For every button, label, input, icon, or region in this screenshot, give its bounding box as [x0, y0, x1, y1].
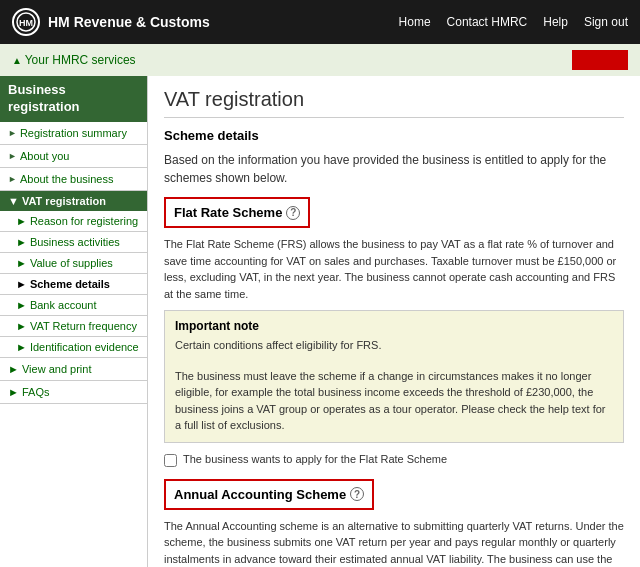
vat-registration-section[interactable]: ▼ VAT registration — [0, 191, 147, 211]
site-title: HM Revenue & Customs — [48, 14, 210, 30]
arrow-icon: ► — [16, 278, 27, 290]
layout: Business registration ► Registration sum… — [0, 76, 640, 567]
intro-text: Based on the information you have provid… — [164, 151, 624, 187]
flat-rate-help-icon[interactable]: ? — [286, 206, 300, 220]
sidebar-item-about-you[interactable]: ► About you — [0, 145, 147, 168]
sidebar-item-vat-return-freq[interactable]: ► VAT Return frequency — [0, 316, 147, 337]
logo-icon: HM — [12, 8, 40, 36]
topbar-button[interactable] — [572, 50, 628, 70]
arrow-icon: ► — [16, 299, 27, 311]
important-line1: Certain conditions affect eligibility fo… — [175, 337, 613, 354]
arrow-icon: ► — [8, 128, 17, 138]
arrow-icon: ► — [8, 151, 17, 161]
sidebar-item-business-activities[interactable]: ► Business activities — [0, 232, 147, 253]
logo-area: HM HM Revenue & Customs — [12, 8, 210, 36]
flat-rate-checkbox[interactable] — [164, 454, 177, 467]
arrow-icon: ► — [8, 174, 17, 184]
svg-text:HM: HM — [19, 18, 33, 28]
arrow-icon: ► — [16, 215, 27, 227]
nav-help[interactable]: Help — [543, 15, 568, 29]
important-line2: The business must leave the scheme if a … — [175, 368, 613, 434]
arrow-icon: ► — [16, 257, 27, 269]
arrow-icon: ► — [16, 341, 27, 353]
nav-home[interactable]: Home — [399, 15, 431, 29]
header: HM HM Revenue & Customs Home Contact HMR… — [0, 0, 640, 44]
section-title: Scheme details — [164, 128, 624, 143]
topbar: Your HMRC services — [0, 44, 640, 76]
sidebar-item-view-print[interactable]: ► View and print — [0, 358, 147, 381]
annual-scheme-help-icon[interactable]: ? — [350, 487, 364, 501]
sidebar-item-faqs[interactable]: ► FAQs — [0, 381, 147, 404]
sidebar-item-registration-summary[interactable]: ► Registration summary — [0, 122, 147, 145]
important-title: Important note — [175, 319, 613, 333]
annual-scheme-title: Annual Accounting Scheme ? — [174, 487, 364, 502]
header-nav: Home Contact HMRC Help Sign out — [399, 15, 628, 29]
important-note: Important note Certain conditions affect… — [164, 310, 624, 443]
sidebar-item-value-supplies[interactable]: ► Value of supplies — [0, 253, 147, 274]
annual-scheme-box: Annual Accounting Scheme ? — [164, 479, 374, 510]
sidebar-item-id-evidence[interactable]: ► Identification evidence — [0, 337, 147, 358]
sidebar-item-bank-account[interactable]: ► Bank account — [0, 295, 147, 316]
arrow-icon: ► — [16, 320, 27, 332]
flat-rate-description: The Flat Rate Scheme (FRS) allows the bu… — [164, 236, 624, 302]
flat-rate-title: Flat Rate Scheme ? — [174, 205, 300, 220]
sidebar-item-about-business[interactable]: ► About the business — [0, 168, 147, 191]
nav-contact[interactable]: Contact HMRC — [447, 15, 528, 29]
flat-rate-checkbox-label: The business wants to apply for the Flat… — [183, 453, 447, 465]
flat-rate-checkbox-row: The business wants to apply for the Flat… — [164, 453, 624, 467]
page-title: VAT registration — [164, 88, 624, 118]
arrow-icon: ► — [16, 236, 27, 248]
sidebar-item-reason[interactable]: ► Reason for registering — [0, 211, 147, 232]
flat-rate-scheme-box: Flat Rate Scheme ? — [164, 197, 310, 228]
nav-signout[interactable]: Sign out — [584, 15, 628, 29]
sidebar-section-header: Business registration — [0, 76, 147, 122]
sidebar-item-scheme-details[interactable]: ► Scheme details — [0, 274, 147, 295]
your-services-link[interactable]: Your HMRC services — [12, 53, 136, 67]
annual-description1: The Annual Accounting scheme is an alter… — [164, 518, 624, 568]
main-content: VAT registration Scheme details Based on… — [148, 76, 640, 567]
sidebar: Business registration ► Registration sum… — [0, 76, 148, 567]
